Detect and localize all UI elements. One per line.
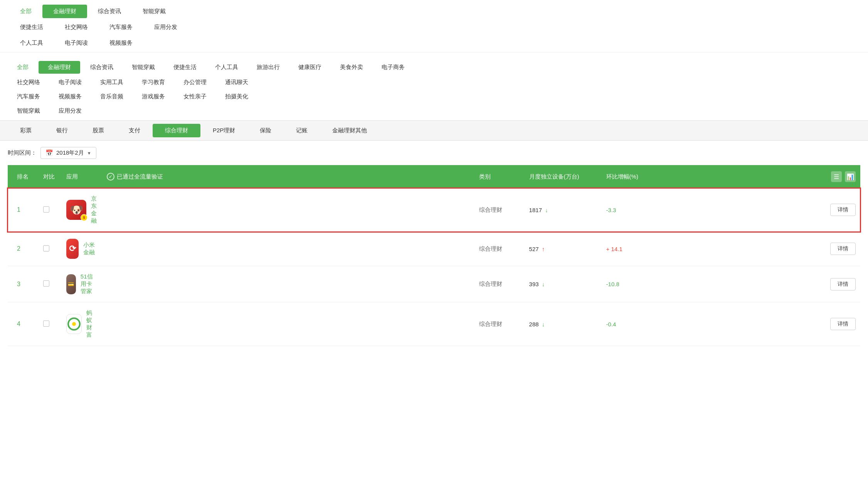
cat-学习教育[interactable]: 学习教育	[133, 76, 174, 89]
detail-btn-1[interactable]: 详情	[830, 204, 856, 216]
table-header-row: 排名 对比 应用 ✓ 已通过全流量验证 类别 月度独立设备(万台) 环比增幅(%…	[8, 165, 860, 188]
detail-btn-4[interactable]: 详情	[830, 318, 856, 330]
cat-女性亲子[interactable]: 女性亲子	[174, 90, 216, 103]
cat-办公管理[interactable]: 办公管理	[174, 76, 216, 89]
sub-银行[interactable]: 银行	[44, 124, 80, 137]
top-cat-grid	[0, 52, 868, 56]
sub-股票[interactable]: 股票	[80, 124, 116, 137]
table-row: 3 💳 51信用卡管家	[8, 266, 860, 302]
rank-3: 3	[17, 281, 20, 287]
sub-综合理财[interactable]: 综合理财	[153, 124, 200, 137]
cat-item-汽车服务[interactable]: 汽车服务	[99, 20, 143, 34]
cat-电子阅读[interactable]: 电子阅读	[49, 76, 91, 89]
checkbox-3[interactable]	[43, 280, 49, 287]
main-category-row-3: 个人工具 电子阅读 视频服务	[9, 36, 859, 50]
cat-item-视频服务[interactable]: 视频服务	[99, 36, 143, 50]
data-table: 排名 对比 应用 ✓ 已通过全流量验证 类别 月度独立设备(万台) 环比增幅(%…	[8, 165, 860, 346]
sub-记账[interactable]: 记账	[284, 124, 320, 137]
table-list-icon[interactable]: ☰	[831, 171, 842, 182]
cat-all[interactable]: 全部	[8, 61, 38, 74]
th-change: 环比增幅(%)	[602, 165, 663, 188]
detail-btn-2[interactable]: 详情	[830, 243, 856, 255]
cat-item-综合资讯[interactable]: 综合资讯	[87, 5, 132, 18]
cat-个人工具[interactable]: 个人工具	[206, 61, 247, 74]
cell-rank-2: 2	[8, 232, 39, 266]
cat-拍摄美化[interactable]: 拍摄美化	[216, 90, 257, 103]
cat-item-all[interactable]: 全部	[9, 5, 42, 18]
cell-change-3: -10.8	[602, 266, 663, 302]
cat-社交网络[interactable]: 社交网络	[8, 76, 49, 89]
cat-通讯聊天[interactable]: 通讯聊天	[216, 76, 257, 89]
devices-val-4: 288	[529, 321, 539, 327]
sub-金融理财其他[interactable]: 金融理财其他	[320, 124, 379, 137]
cat-item-电子阅读[interactable]: 电子阅读	[54, 36, 99, 50]
cell-compare-2	[39, 232, 62, 266]
th-verified-text: 已通过全流量验证	[117, 173, 163, 181]
cat-智能穿戴[interactable]: 智能穿戴	[123, 61, 164, 74]
cat-综合资讯[interactable]: 综合资讯	[81, 61, 123, 74]
cell-detail-3: 详情	[663, 266, 860, 302]
cat-jinrong[interactable]: 金融理财	[39, 61, 80, 74]
cell-rank-4: 4	[8, 302, 39, 346]
app-name-xiaomi[interactable]: 小米金融	[83, 241, 98, 256]
app-name-ant[interactable]: 蚂蚁财富	[86, 309, 98, 339]
cat-旅游出行[interactable]: 旅游出行	[247, 61, 289, 74]
cat-item-社交网络[interactable]: 社交网络	[54, 20, 99, 34]
cell-compare-1	[39, 188, 62, 232]
sub-支付[interactable]: 支付	[116, 124, 153, 137]
app-name-51card[interactable]: 51信用卡管家	[81, 273, 98, 295]
cat-row-3: 汽车服务 视频服务 音乐音频 游戏服务 女性亲子 拍摄美化	[8, 90, 860, 103]
cat-智能穿戴2[interactable]: 智能穿戴	[8, 105, 49, 117]
table-chart-icon[interactable]: 📊	[845, 171, 856, 182]
main-category-row-2: 便捷生活 社交网络 汽车服务 应用分发	[9, 20, 859, 34]
trend-down-3: ↓	[542, 281, 545, 287]
cat-音乐音频[interactable]: 音乐音频	[91, 90, 133, 103]
th-rank: 排名	[8, 165, 39, 188]
cell-verified-4	[102, 302, 474, 346]
cat-item-finance[interactable]: 金融理财	[42, 5, 87, 18]
app-name-jd[interactable]: 京东金融	[91, 195, 98, 224]
xiaomi-logo: ⟳	[69, 244, 76, 254]
cat-item-便捷生活[interactable]: 便捷生活	[9, 20, 54, 34]
rank-2: 2	[17, 245, 20, 252]
checkbox-2[interactable]	[43, 245, 49, 251]
sub-彩票[interactable]: 彩票	[8, 124, 44, 137]
devices-val-2: 527	[529, 246, 539, 252]
cell-devices-4: 288 ↓	[525, 302, 602, 346]
cell-app-3: 💳 51信用卡管家	[62, 266, 102, 302]
cat-item-个人工具[interactable]: 个人工具	[9, 36, 54, 50]
cell-change-4: -0.4	[602, 302, 663, 346]
cat-美食外卖[interactable]: 美食外卖	[331, 61, 372, 74]
full-nav	[0, 52, 868, 56]
svg-point-1	[72, 322, 76, 326]
table-head: 排名 对比 应用 ✓ 已通过全流量验证 类别 月度独立设备(万台) 环比增幅(%…	[8, 165, 860, 188]
category-nav: 全部 金融理财 综合资讯 智能穿戴 便捷生活 社交网络 汽车服务 应用分发 个人…	[0, 0, 868, 52]
time-filter-select[interactable]: 📅 2018年2月 ▼	[40, 147, 96, 159]
cell-rank-1: 1	[8, 188, 39, 232]
cat-汽车服务[interactable]: 汽车服务	[8, 90, 49, 103]
cat-游戏服务[interactable]: 游戏服务	[133, 90, 174, 103]
cat-应用分发[interactable]: 应用分发	[49, 105, 91, 117]
detail-btn-3[interactable]: 详情	[830, 278, 856, 290]
cat-视频服务[interactable]: 视频服务	[49, 90, 91, 103]
checkbox-4[interactable]	[43, 321, 49, 327]
cat-item-应用分发[interactable]: 应用分发	[143, 20, 188, 34]
jd-icon-wrapper: 🐶 $	[66, 200, 86, 220]
checkbox-1[interactable]	[43, 206, 49, 213]
cell-detail-1: 详情	[663, 188, 860, 232]
app-cell-2: ⟳ 小米金融	[66, 239, 98, 259]
cat-row-1: 全部 金融理财 综合资讯 智能穿戴 便捷生活 个人工具 旅游出行 健康医疗 美食…	[8, 60, 860, 74]
cat-row-2: 社交网络 电子阅读 实用工具 学习教育 办公管理 通讯聊天	[8, 76, 860, 89]
cell-compare-4	[39, 302, 62, 346]
cat-电子商务[interactable]: 电子商务	[372, 61, 414, 74]
cat-item-智能穿戴[interactable]: 智能穿戴	[132, 5, 177, 18]
cat-便捷生活[interactable]: 便捷生活	[164, 61, 206, 74]
time-filter-section: 时间区间： 📅 2018年2月 ▼	[0, 141, 868, 165]
sub-保险[interactable]: 保险	[247, 124, 284, 137]
cell-category-3: 综合理财	[474, 266, 525, 302]
cat-实用工具[interactable]: 实用工具	[91, 76, 133, 89]
cat-row-4: 智能穿戴 应用分发	[8, 105, 860, 117]
cat-健康医疗[interactable]: 健康医疗	[289, 61, 331, 74]
sub-P2P理财[interactable]: P2P理财	[200, 124, 247, 137]
cell-app-2: ⟳ 小米金融	[62, 232, 102, 266]
